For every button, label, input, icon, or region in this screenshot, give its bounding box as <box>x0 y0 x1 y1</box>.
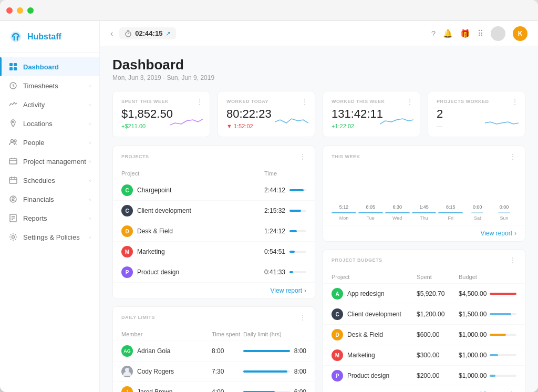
this-week-view-report[interactable]: View report › <box>323 225 525 241</box>
financials-icon <box>8 194 18 204</box>
help-icon[interactable]: ? <box>431 29 436 38</box>
project-time-cell: 0:54:51 <box>264 248 306 255</box>
maximize-button[interactable] <box>27 7 34 14</box>
project-avatar: C <box>332 308 343 320</box>
table-row: A App redesign $5,920.70 $4,500.00 <box>323 283 525 304</box>
project-name: Product design <box>347 372 389 379</box>
table-row: P Product design $200.00 $1,000.00 <box>323 365 525 386</box>
daily-limits-header: DAILY LIMITS ⋮ <box>113 307 315 328</box>
project-name-cell: P Product design <box>332 370 417 381</box>
bar-value: 0:00 <box>500 204 509 210</box>
gift-icon[interactable]: 🎁 <box>460 29 470 38</box>
project-budgets-view-report[interactable]: View report › <box>323 386 525 392</box>
timer-icon <box>125 30 132 37</box>
main-content: Dashboard Mon, Jun 3, 2019 - Sun, Jun 9,… <box>100 46 538 392</box>
col-project: Project <box>332 274 417 280</box>
project-time: 0:41:33 <box>264 269 286 276</box>
limit-bar-bg <box>243 350 290 352</box>
sidebar-item-pm-label: Project management <box>23 158 89 166</box>
avatar-photo-placeholder <box>121 366 133 377</box>
sidebar-nav: Dashboard Timesheets ‹ Activity ‹ <box>0 53 99 392</box>
sidebar-item-financials[interactable]: Financials ‹ <box>0 190 99 209</box>
expand-icon[interactable]: ↗ <box>165 30 171 37</box>
project-avatar: P <box>121 266 133 278</box>
this-week-menu-icon[interactable]: ⋮ <box>509 152 516 161</box>
chart-bars: 5:12 Mon 8:05 <box>332 173 516 221</box>
project-time: 0:54:51 <box>264 248 286 255</box>
member-cell: AG Adrian Goia <box>121 345 212 357</box>
svg-point-7 <box>14 140 16 142</box>
projects-menu-icon[interactable]: ⋮ <box>299 152 306 161</box>
projects-card: PROJECTS ⋮ Project Time C <box>112 146 315 299</box>
project-name: Marketing <box>347 352 375 359</box>
sidebar-item-locations-label: Locations <box>23 120 89 128</box>
project-name-cell: M Marketing <box>332 349 417 361</box>
limit-cell: 8:00 <box>243 368 306 375</box>
time-bar-fill <box>289 210 301 212</box>
chevron-icon: ‹ <box>89 234 91 240</box>
project-name: Client development <box>347 311 401 318</box>
project-time-cell: 2:15:32 <box>264 207 306 214</box>
this-week-chart: 5:12 Mon 8:05 <box>323 167 525 225</box>
user-initial[interactable]: K <box>513 26 527 41</box>
sidebar-item-schedules[interactable]: Schedules ‹ <box>0 171 99 190</box>
sidebar: Hubstaff Dashboard Timesheets ‹ <box>0 21 100 392</box>
sidebar-item-reports[interactable]: Reports ‹ <box>0 209 99 228</box>
sparkline-chart <box>485 116 519 130</box>
bell-icon[interactable]: 🔔 <box>443 29 453 38</box>
budget-value: $1,000.00 <box>459 352 487 359</box>
project-name-cell: P Product design <box>121 266 264 278</box>
user-avatar[interactable] <box>491 26 505 41</box>
bar-fill <box>332 212 356 213</box>
project-name-cell: A App redesign <box>332 288 417 300</box>
project-budgets-menu-icon[interactable]: ⋮ <box>509 256 516 264</box>
sidebar-item-locations[interactable]: Locations ‹ <box>0 114 99 133</box>
stat-menu-icon[interactable]: ⋮ <box>511 98 519 106</box>
bar-value: 0:00 <box>473 204 482 210</box>
time-spent: 4:00 <box>212 388 243 392</box>
stat-menu-icon[interactable]: ⋮ <box>406 98 413 106</box>
sidebar-item-timesheets[interactable]: Timesheets ‹ <box>0 76 99 95</box>
sidebar-item-settings[interactable]: Settings & Policies ‹ <box>0 228 99 246</box>
chart-day-sun: 0:00 Sun <box>492 204 516 221</box>
table-row: Cody Rogers 7:30 8:00 <box>113 361 315 381</box>
sidebar-item-dashboard[interactable]: Dashboard <box>0 57 99 76</box>
table-row: AG Adrian Goia 8:00 8:00 <box>113 341 315 361</box>
bar-wrapper <box>492 212 516 213</box>
titlebar <box>0 0 538 21</box>
time-bar-bg <box>289 251 306 253</box>
table-row: C Chargepoint 2:44:12 <box>113 180 315 200</box>
project-avatar: A <box>332 288 343 300</box>
timer-value: 02:44:15 <box>135 29 162 37</box>
svg-rect-8 <box>9 159 17 164</box>
limit-val: 8:00 <box>293 368 306 375</box>
grid-icon[interactable]: ⠿ <box>478 29 483 38</box>
app-body: Hubstaff Dashboard Timesheets ‹ <box>0 21 538 392</box>
activity-icon <box>8 100 18 109</box>
time-spent: 7:30 <box>212 368 243 375</box>
member-avatar <box>121 366 133 377</box>
project-avatar: D <box>121 225 133 237</box>
chart-day-wed: 6:30 Wed <box>385 204 410 221</box>
daily-limits-table-header: Member Time spent Daily limit (hrs) <box>113 328 315 341</box>
table-row: J Jared Brown 4:00 6:00 <box>113 381 315 392</box>
stat-menu-icon[interactable]: ⋮ <box>196 98 203 106</box>
back-button[interactable]: ‹ <box>110 29 113 38</box>
daily-limits-menu-icon[interactable]: ⋮ <box>299 313 306 322</box>
chevron-icon: ‹ <box>89 215 91 221</box>
schedule-icon <box>8 176 18 185</box>
sidebar-item-activity[interactable]: Activity ‹ <box>0 95 99 114</box>
sidebar-item-people[interactable]: People ‹ <box>0 133 99 152</box>
svg-rect-2 <box>9 67 13 70</box>
close-button[interactable] <box>6 7 13 14</box>
stat-menu-icon[interactable]: ⋮ <box>301 98 308 106</box>
timer-widget[interactable]: 02:44:15 ↗ <box>119 27 176 39</box>
budget-value: $1,500.00 <box>459 311 487 318</box>
projects-view-report[interactable]: View report › <box>113 282 315 298</box>
time-bar-bg <box>289 271 306 273</box>
budget-bar-fill <box>490 334 505 336</box>
sidebar-item-schedules-label: Schedules <box>23 177 89 184</box>
sidebar-item-project-management[interactable]: Project management ‹ <box>0 152 99 171</box>
spent-value: $200.00 <box>417 372 459 379</box>
minimize-button[interactable] <box>17 7 23 14</box>
